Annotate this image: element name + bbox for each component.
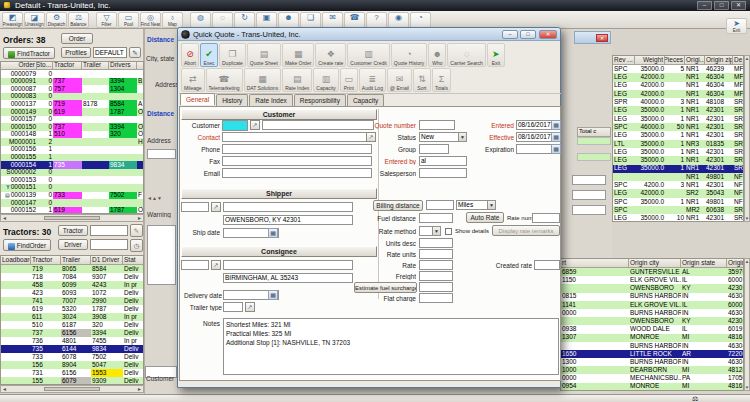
scroll-thumb[interactable]	[44, 216, 100, 220]
column-header[interactable]: Origi...	[685, 56, 705, 65]
rate-method-select[interactable]: ▼	[419, 226, 441, 236]
table-row[interactable]: 74170072990Deliv	[1, 297, 143, 305]
help-button[interactable]: ?	[366, 12, 387, 28]
table-row[interactable]: 73648017455In pr	[1, 337, 143, 345]
table-row[interactable]: 0954MONROEMI48161	[561, 383, 743, 391]
table-row[interactable]: LEG42000.0NR146304MF	[613, 90, 743, 98]
shipper-browse-icon[interactable]: ↗	[211, 202, 221, 212]
clock-button[interactable]: ◔	[410, 12, 431, 28]
close-icon[interactable]: ✕	[539, 30, 557, 39]
contact-input[interactable]	[222, 132, 368, 142]
shipper-name-input[interactable]	[223, 202, 353, 212]
chevron-down-icon[interactable]: ▼	[487, 201, 495, 209]
table-row[interactable]: 000009107373394B	[1, 78, 143, 86]
quote-history-button[interactable]: ◔Quote History	[391, 43, 428, 67]
notes-textarea[interactable]: Shortest Miles: 321 MI Practical Miles: …	[223, 318, 559, 375]
find-near-button[interactable]: ◎Find Near	[140, 12, 161, 28]
column-header[interactable]: Loadboard	[1, 256, 31, 265]
capacity-button[interactable]: ▥Capacity	[313, 68, 338, 92]
scroll-left-icon[interactable]: ◄	[2, 215, 7, 221]
phone-button[interactable]: ☎	[344, 12, 365, 28]
table-row[interactable]: LEG35000.01NR142301SR	[613, 165, 743, 173]
flat-charge-input[interactable]	[419, 293, 453, 303]
close-icon[interactable]: ✕	[731, 1, 746, 10]
table-row[interactable]: LEG35000.01NR142301SR	[613, 156, 743, 164]
tab-capacity[interactable]: Capacity	[347, 94, 384, 106]
table-row[interactable]: 73161561553Deliv	[1, 369, 143, 377]
table-row[interactable]: 71980658584Deliv	[1, 265, 143, 273]
table-row[interactable]: 00001530	[1, 176, 143, 184]
table-row[interactable]: S00000020	[1, 169, 143, 177]
search-button[interactable]: ◌	[212, 12, 233, 28]
table-row[interactable]: 00000830	[1, 93, 143, 101]
column-header[interactable]: Origin zip	[705, 56, 733, 65]
tab-responsibility[interactable]: Responsibility	[294, 94, 346, 106]
column-header[interactable]: Weight	[635, 56, 665, 65]
scroll-down-icon[interactable]: ▼	[745, 216, 749, 221]
column-header[interactable]: Trailer	[82, 62, 109, 70]
table-row[interactable]: 00000790	[1, 70, 143, 78]
tractor-button[interactable]: ▣	[256, 12, 277, 28]
email-button[interactable]: ✉@ Email	[387, 68, 412, 92]
table-row[interactable]: M0000012H	[1, 138, 143, 146]
phone-input[interactable]	[222, 144, 372, 154]
input-fragment[interactable]	[572, 175, 606, 185]
column-header[interactable]: rt	[561, 259, 629, 268]
exec-button[interactable]: ✔Exec	[200, 43, 218, 67]
show-details-checkbox[interactable]	[445, 228, 452, 235]
globe-button[interactable]: ◍	[190, 12, 211, 28]
balance-button[interactable]: ⚖Balance	[68, 12, 89, 28]
dispatch-button[interactable]: ⚙Dispatch	[46, 12, 67, 28]
table-row[interactable]: 1650LITTLE ROCKAR72206	[561, 350, 743, 358]
table-row[interactable]: OWENSBOROKY42301	[561, 284, 743, 292]
column-header[interactable]: Tractor	[53, 62, 82, 70]
tab-general[interactable]: General	[180, 93, 215, 105]
column-header[interactable]: Order	[1, 62, 37, 70]
order-button[interactable]: Order	[61, 33, 93, 44]
mail-button[interactable]: ✉	[322, 12, 343, 28]
table-row[interactable]: 0000137071981788584A	[1, 100, 143, 108]
scroll-right-icon[interactable]: ►	[137, 215, 142, 221]
scroll-up-icon[interactable]: ▲	[745, 259, 749, 264]
fax-input[interactable]	[222, 156, 372, 166]
fuel-distance-input[interactable]	[419, 213, 453, 223]
exit-button[interactable]: ➤Exit	[487, 43, 505, 67]
record-button[interactable]: ◉	[388, 12, 409, 28]
billing-distance-input[interactable]	[426, 200, 454, 210]
table-row[interactable]: SPR40000.03NR148108SR	[613, 98, 743, 106]
table-row[interactable]: 6859GUNTERSVILLEAL35976	[561, 268, 743, 276]
create-rate-button[interactable]: ❖Create rate	[315, 43, 346, 67]
table-row[interactable]: LEG42000.0SR235043NF	[613, 189, 743, 197]
table-row[interactable]: LEG35000.01NR142301SR	[613, 148, 743, 156]
unassign-button[interactable]: ◪Unassign	[24, 12, 45, 28]
table-row[interactable]: 0815BURNS HARBORIN46304	[561, 293, 743, 301]
maximize-icon[interactable]: □	[714, 1, 729, 10]
column-header[interactable]: Sto...	[37, 62, 53, 70]
driver-filter-input[interactable]	[90, 239, 128, 250]
table-row[interactable]: 000008707571304	[1, 85, 143, 93]
filter-button[interactable]: ▽Filter	[96, 12, 117, 28]
column-header[interactable]	[137, 62, 144, 70]
shipper-address-input[interactable]: OWENSBORO, KY 42301	[223, 215, 353, 225]
abort-button[interactable]: ⊘Abort	[181, 43, 199, 67]
chevron-down-icon[interactable]: ▼	[432, 227, 440, 235]
calendar-icon[interactable]: ▦	[268, 290, 278, 300]
table-row[interactable]: 00001551	[1, 154, 143, 162]
column-header[interactable]: Drivers	[109, 62, 137, 70]
customer-code-input[interactable]	[222, 120, 248, 131]
sort-button[interactable]: ⇅Sort	[413, 68, 431, 92]
status-select[interactable]: New▼	[419, 132, 467, 142]
calendar-icon[interactable]: ▦	[268, 228, 278, 238]
calendar-icon[interactable]: ▦	[551, 144, 561, 154]
scroll-right-icon[interactable]: ►	[137, 386, 142, 392]
entered-by-input[interactable]: al	[419, 156, 467, 166]
table-row[interactable]: SPC46000.050NR142301SR	[613, 123, 743, 131]
consignee-address-input[interactable]: BIRMINGHAM, AL 35243	[223, 273, 353, 283]
pencil-icon[interactable]: ✎	[129, 47, 141, 58]
tab-history[interactable]: History	[216, 94, 248, 106]
table-row[interactable]: LEG42000.0NR146304MF	[613, 73, 743, 81]
trailer-type-browse-icon[interactable]: ↗	[245, 302, 255, 312]
group-input[interactable]	[419, 144, 449, 154]
input-fragment[interactable]	[572, 190, 606, 200]
customer-browse-icon[interactable]: ↗	[250, 120, 260, 130]
